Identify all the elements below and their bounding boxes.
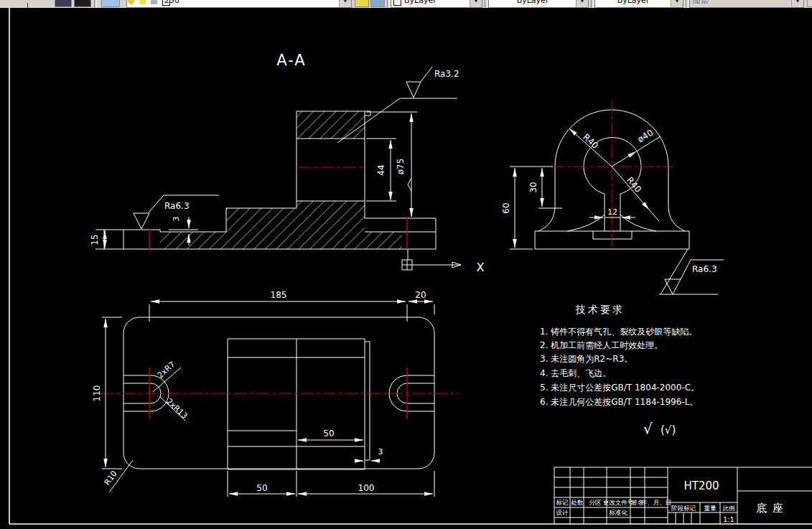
layer-dropdown[interactable]: 250 ▼	[126, 0, 352, 8]
title-block-header: 年、月、日	[641, 499, 672, 506]
dim-text: 100	[358, 483, 375, 493]
toolbar-separator	[94, 0, 97, 8]
dim-text: 60	[501, 202, 511, 213]
axis-marker: X	[402, 260, 485, 274]
plotstyle-value: 随层	[693, 0, 709, 7]
toolbar-fragment	[807, 0, 812, 7]
scale-value: 1:1	[723, 515, 734, 523]
dim-text: 3	[172, 217, 181, 222]
toolbar-separator	[591, 0, 594, 8]
section-label: A-A	[276, 52, 306, 69]
dim-text: R40	[581, 132, 600, 151]
layer-name: 250	[164, 0, 179, 7]
color-value: ByLayer	[404, 0, 437, 7]
title-block: 标记 处数 分区 更改文件号 签名 年、月、日 设计 标准化 HT200 阶段标…	[554, 467, 812, 524]
dim-text: 20	[415, 290, 426, 300]
hatch-area	[297, 111, 365, 139]
tech-req-item: 1. 铸件不得有气孔、裂纹及砂眼等缺陷。	[540, 327, 697, 337]
dim-text: 2xR13	[164, 397, 190, 421]
tech-req-title: 技术要求	[575, 304, 625, 315]
layers-dialog-icon[interactable]	[101, 0, 120, 7]
tech-req-item: 3. 未注圆角为R2~R3。	[540, 354, 633, 364]
display-icon[interactable]	[74, 0, 91, 7]
properties-toolbar: 250 ▼ ByLayer ▼ ByLayer ▼ ByLayer ▼ 随层 ▼	[0, 0, 812, 8]
scale-label: 比例	[723, 505, 735, 512]
layer-thaw-icon	[139, 0, 146, 4]
make-layer-current-icon[interactable]	[355, 0, 369, 7]
application-window: 250 ▼ ByLayer ▼ ByLayer ▼ ByLayer ▼ 随层 ▼	[0, 0, 812, 529]
plan-view: 185 20 110 50 3 50 100 2xR7 2xR13 R10	[92, 290, 459, 497]
axis-label: X	[477, 261, 485, 274]
dim-text: R40	[625, 175, 643, 195]
lineweight-value: ByLayer	[595, 0, 671, 7]
dim-text: ø40	[636, 128, 655, 145]
front-centerlines	[551, 100, 673, 251]
color-swatch	[393, 0, 401, 6]
dim-text: 15	[90, 234, 100, 245]
chevron-down-icon[interactable]: ▼	[339, 0, 351, 7]
weight-label: 重量	[704, 505, 717, 512]
tech-req-item: 5. 未注尺寸公差按GB/T 1804-2000-C。	[540, 383, 699, 393]
standardization-label: 标准化	[609, 509, 627, 516]
title-block-header: 标记	[556, 499, 569, 506]
layer-lock-icon	[151, 0, 157, 4]
section-view: A-A Ra3.2 Ra6.3 15 3 44 ø75	[90, 52, 459, 260]
chevron-down-icon[interactable]: ▼	[671, 0, 683, 7]
material-label: HT200	[683, 479, 719, 492]
title-block-header: 更改文件号	[603, 499, 634, 506]
title-block-grid	[554, 467, 812, 524]
title-block-header: 分区	[589, 499, 602, 506]
title-block-header: 处数	[571, 499, 584, 506]
dim-text: 12	[607, 207, 617, 217]
dim-text: 50	[256, 483, 267, 493]
roughness-check-paren: (√)	[661, 423, 676, 436]
dim-text: 3	[378, 447, 383, 457]
linetype-value: ByLayer	[489, 0, 577, 7]
dim-text: R10	[103, 469, 119, 487]
chevron-down-icon[interactable]: ▼	[470, 0, 482, 7]
dim-text: 2xR7	[156, 360, 177, 380]
dimension-line	[649, 210, 659, 221]
layer-on-icon	[128, 0, 134, 4]
dim-text: 30	[528, 182, 538, 192]
lineweight-dropdown[interactable]: ByLayer ▼	[594, 0, 683, 8]
toolbar-separator	[387, 0, 390, 8]
dim-text: 44	[376, 164, 386, 175]
extension-lines	[102, 304, 434, 497]
layer-previous-icon[interactable]	[370, 0, 385, 7]
color-dropdown[interactable]: ByLayer ▼	[391, 0, 482, 8]
part-name: 底座	[756, 502, 789, 515]
toolbar-fragment	[27, 3, 28, 8]
extension-lines	[510, 167, 620, 249]
tech-requirements: 技术要求 1. 铸件不得有气孔、裂纹及砂眼等缺陷。 2. 机加工前需经人工时效处…	[540, 304, 699, 437]
axis-arrow	[402, 260, 461, 270]
design-label: 设计	[556, 509, 569, 516]
roughness-label: Ra3.2	[434, 69, 459, 79]
dimension-line	[612, 151, 636, 167]
dim-text: 50	[323, 429, 334, 439]
stage-label: 阶段标记	[671, 505, 696, 512]
tech-req-item: 6. 未注几何公差按GB/T 1184-1996-L。	[540, 397, 698, 407]
view-control-icon[interactable]	[55, 0, 72, 7]
tech-req-item: 2. 机加工前需经人工时效处理。	[540, 340, 663, 350]
dim-text: 110	[92, 385, 102, 402]
linetype-dropdown[interactable]: ByLayer ▼	[488, 0, 589, 8]
chevron-down-icon[interactable]: ▼	[791, 0, 803, 7]
roughness-label: Ra6.3	[692, 264, 717, 274]
roughness-label: Ra6.3	[164, 201, 190, 211]
toolbar-separator	[485, 0, 487, 8]
dim-text: 185	[271, 290, 287, 300]
plotstyle-dropdown[interactable]: 随层 ▼	[689, 0, 804, 8]
toolbar-separator	[686, 0, 689, 8]
chevron-down-icon[interactable]: ▼	[576, 0, 588, 7]
tech-req-item: 4. 去毛刺、飞边。	[540, 368, 611, 378]
roughness-check: √	[643, 420, 653, 437]
dim-text: ø75	[396, 159, 406, 175]
front-view: R40 ø40 R40 30 60 12 Ra6.3	[501, 100, 724, 294]
drawing-canvas[interactable]: A-A Ra3.2 Ra6.3 15 3 44 ø75 X	[0, 0, 812, 529]
